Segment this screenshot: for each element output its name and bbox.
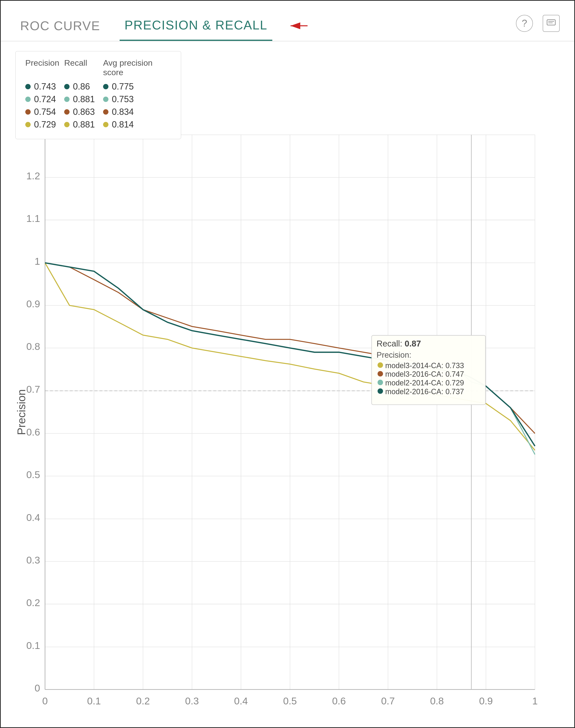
svg-text:0.4: 0.4 [234,695,248,706]
legend-row-1: 0.743 0.86 0.775 [25,82,171,92]
legend-dot-avg-4 [103,122,108,127]
legend-dot-avg-3 [103,109,108,115]
tab-bar: ROC CURVE PRECISION & RECALL ? [1,1,574,41]
legend-precision-val-1: 0.743 [34,82,56,92]
svg-text:0.7: 0.7 [26,384,40,395]
svg-text:0.4: 0.4 [26,512,40,523]
legend-col-recall: Recall [64,58,103,77]
svg-text:0.3: 0.3 [185,695,199,706]
legend-avg-2: 0.753 [103,94,171,104]
legend-dot-4 [25,122,31,127]
svg-point-70 [378,388,383,394]
svg-text:0.9: 0.9 [479,695,493,706]
legend-dot-recall-2 [64,97,70,102]
svg-text:0.6: 0.6 [26,426,40,438]
legend-recall-val-1: 0.86 [73,82,90,92]
svg-text:0.2: 0.2 [26,597,40,608]
legend-dot-3 [25,109,31,115]
legend-dot-recall-1 [64,84,70,89]
legend-row-3: 0.754 0.863 0.834 [25,107,171,117]
svg-rect-2 [547,20,555,25]
svg-text:0: 0 [35,683,40,694]
legend-row-4: 0.729 0.881 0.814 [25,120,171,130]
svg-text:model3-2014-CA: 0.733: model3-2014-CA: 0.733 [385,361,464,370]
legend-col-avg: Avg precision score [103,58,171,77]
legend-box: Precision Recall Avg precision score 0.7… [15,51,181,139]
svg-text:0.2: 0.2 [136,695,150,706]
svg-text:1.1: 1.1 [26,213,40,224]
legend-header: Precision Recall Avg precision score [25,58,171,77]
legend-col-precision: Precision [25,58,64,77]
legend-dot-avg-1 [103,84,108,89]
legend-precision-val-4: 0.729 [34,120,56,130]
svg-text:0.8: 0.8 [430,695,444,706]
legend-dot-avg-2 [103,97,108,102]
svg-text:0.8: 0.8 [26,341,40,352]
legend-dot-recall-4 [64,122,70,127]
legend-precision-4: 0.729 [25,120,64,130]
svg-point-68 [378,380,383,385]
legend-avg-val-2: 0.753 [112,94,134,104]
legend-precision-2: 0.724 [25,94,64,104]
svg-text:0.7: 0.7 [381,695,395,706]
legend-avg-1: 0.775 [103,82,171,92]
svg-text:1: 1 [35,256,40,267]
svg-text:1.2: 1.2 [26,170,40,182]
svg-text:model2-2014-CA: 0.729: model2-2014-CA: 0.729 [385,379,464,387]
svg-text:0.5: 0.5 [283,695,297,706]
help-icon[interactable]: ? [516,15,533,32]
legend-dot-1 [25,84,31,89]
svg-text:Precision:: Precision: [377,351,411,359]
svg-point-64 [378,362,383,368]
svg-text:0.6: 0.6 [332,695,346,706]
legend-recall-val-4: 0.881 [73,120,95,130]
legend-dot-2 [25,97,31,102]
svg-text:0.9: 0.9 [26,298,40,310]
legend-recall-2: 0.881 [64,94,103,104]
arrow-indicator [289,20,309,32]
svg-text:Precision: Precision [15,389,28,435]
tab-roc[interactable]: ROC CURVE [15,11,105,40]
tab-precision-recall[interactable]: PRECISION & RECALL [120,10,272,41]
legend-avg-3: 0.834 [103,107,171,117]
svg-text:Recall: Recall [274,712,305,713]
svg-point-66 [378,371,383,376]
comment-icon[interactable] [543,15,560,32]
legend-precision-3: 0.754 [25,107,64,117]
legend-recall-val-2: 0.881 [73,94,95,104]
legend-precision-val-2: 0.724 [34,94,56,104]
chart-container: 0 0.1 0.2 0.3 0.4 0.5 0.6 0.7 0.8 0.9 1 … [15,129,560,713]
legend-avg-val-1: 0.775 [112,82,134,92]
svg-text:0.1: 0.1 [26,640,40,651]
legend-recall-1: 0.86 [64,82,103,92]
svg-text:0.5: 0.5 [26,469,40,480]
legend-recall-val-3: 0.863 [73,107,95,117]
svg-text:1: 1 [532,695,538,706]
legend-avg-4: 0.814 [103,120,171,130]
svg-text:0.3: 0.3 [26,555,40,566]
svg-text:0: 0 [42,695,48,706]
chart-svg: 0 0.1 0.2 0.3 0.4 0.5 0.6 0.7 0.8 0.9 1 … [15,129,560,713]
legend-precision-val-3: 0.754 [34,107,56,117]
svg-text:0.1: 0.1 [87,695,101,706]
svg-text:model3-2016-CA: 0.747: model3-2016-CA: 0.747 [385,370,464,378]
svg-text:Recall: 0.87: Recall: 0.87 [377,339,421,348]
legend-dot-recall-3 [64,109,70,115]
svg-text:model2-2016-CA: 0.737: model2-2016-CA: 0.737 [385,387,464,395]
legend-row-2: 0.724 0.881 0.753 [25,94,171,104]
chart-area: Precision Recall Avg precision score 0.7… [1,41,574,727]
legend-recall-3: 0.863 [64,107,103,117]
legend-avg-val-4: 0.814 [112,120,134,130]
legend-recall-4: 0.881 [64,120,103,130]
header-icons: ? [516,15,560,37]
legend-avg-val-3: 0.834 [112,107,134,117]
legend-precision-1: 0.743 [25,82,64,92]
